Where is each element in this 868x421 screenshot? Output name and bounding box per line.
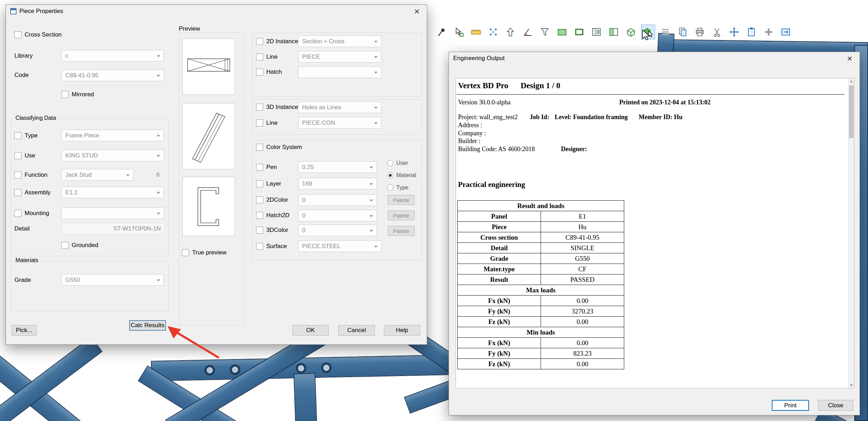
preview-3d (182, 103, 235, 169)
chevron-down-icon (370, 167, 373, 170)
radio-type[interactable]: Type (387, 184, 409, 191)
ok-button[interactable]: OK (292, 325, 329, 336)
instance3d-dropdown[interactable]: Holes as Lines (298, 102, 381, 113)
chevron-down-icon (374, 56, 378, 60)
close-button[interactable]: Close (818, 400, 853, 411)
cross-section-checkbox[interactable] (14, 31, 21, 38)
library-dropdown[interactable]: c (61, 50, 164, 61)
angle-snap-button[interactable] (521, 25, 535, 39)
function-dropdown[interactable]: Jack Stud (61, 169, 133, 181)
layer-dropdown[interactable]: 169 (298, 178, 377, 189)
dialog-title: Piece Properties (19, 8, 63, 15)
hatch2d-dropdown[interactable]: 0 (298, 210, 377, 221)
detail-label: Detail (14, 225, 30, 232)
instance2d-checkbox[interactable] (256, 38, 263, 45)
titlebar[interactable]: Piece Properties (6, 5, 427, 18)
color3d-dropdown[interactable]: 0 (298, 225, 377, 236)
instance3d-checkbox[interactable] (256, 104, 263, 111)
mounting-checkbox[interactable] (14, 210, 21, 217)
select-box-icon (557, 27, 567, 37)
panel-part-button[interactable] (607, 25, 621, 39)
select-frame-button[interactable] (572, 25, 586, 39)
mounting-dropdown[interactable] (61, 207, 164, 219)
hatch-checkbox[interactable] (256, 69, 263, 76)
palette-button-hatch2d[interactable]: Palette (388, 210, 415, 220)
copy-output-button[interactable] (676, 25, 690, 39)
scrollbar[interactable]: ▲ ▼ (848, 78, 854, 388)
print-button[interactable]: Print (772, 400, 809, 411)
function-row: Function (14, 171, 47, 179)
3d-viewport[interactable]: Piece Properties ✕ Cross Section Library… (0, 0, 868, 421)
measure-button[interactable] (469, 25, 483, 39)
pen-dropdown[interactable]: 0.25 (298, 161, 377, 173)
solid-box-button[interactable] (624, 25, 638, 39)
hatch2d-checkbox[interactable] (256, 212, 263, 219)
surface-checkbox[interactable] (256, 243, 263, 250)
scroll-up-icon[interactable]: ▲ (849, 78, 854, 84)
radio-user[interactable]: User (387, 160, 408, 166)
color2d-dropdown[interactable]: 0 (298, 194, 377, 206)
instance3d-row: 3D Instance (256, 104, 298, 111)
swap-view-button[interactable] (779, 25, 793, 39)
table-cell: Panel (458, 211, 541, 222)
radio-material[interactable]: Material (387, 172, 416, 179)
help-button[interactable]: Help (384, 325, 420, 336)
line3d-checkbox[interactable] (256, 119, 263, 127)
line2d-dropdown[interactable]: PIECE (298, 51, 381, 63)
move-axes-button[interactable] (727, 25, 741, 39)
doc-company: Company : (458, 130, 486, 137)
color3d-checkbox[interactable] (256, 227, 263, 234)
print-button-toolbar[interactable] (693, 25, 707, 39)
list-button[interactable] (658, 25, 672, 39)
line2d-checkbox[interactable] (256, 53, 263, 60)
close-icon[interactable]: ✕ (844, 54, 855, 63)
paste-button[interactable] (744, 25, 758, 39)
grounded-checkbox[interactable] (61, 242, 68, 249)
grade-dropdown[interactable]: G550 (61, 274, 164, 286)
true-preview-checkbox[interactable] (182, 249, 189, 256)
cut-button[interactable] (710, 25, 724, 39)
assembly-dropdown[interactable]: E1.1 (61, 187, 164, 198)
arrow-up-button[interactable] (503, 25, 517, 39)
results-table: Result and loads PanelE1 PieceHu Cross s… (457, 200, 624, 369)
function-checkbox[interactable] (14, 171, 21, 179)
code-dropdown[interactable]: C89-41-0.95 (61, 70, 164, 81)
chevron-down-icon (370, 230, 373, 234)
snap-points-button[interactable] (486, 25, 500, 39)
preview-3d-drawing (183, 103, 235, 169)
type-dropdown[interactable]: Frame Piece (61, 130, 164, 141)
color-system-checkbox[interactable] (256, 144, 263, 151)
layer-row: Layer (256, 180, 281, 187)
add-button[interactable] (762, 25, 776, 39)
palette-button-3dcolor[interactable]: Palette (388, 226, 415, 236)
chevron-down-icon (374, 41, 378, 45)
table-cell: Fx (kN) (458, 296, 541, 306)
pin-button[interactable] (435, 25, 449, 39)
use-checkbox[interactable] (14, 152, 21, 159)
type-checkbox[interactable] (14, 132, 21, 139)
use-dropdown[interactable]: KING STUD (61, 150, 164, 161)
select-box-button[interactable] (555, 25, 569, 39)
mirrored-checkbox[interactable] (61, 91, 68, 98)
color2d-checkbox[interactable] (256, 196, 263, 203)
close-icon[interactable]: ✕ (411, 7, 423, 16)
move-axes-icon (729, 27, 739, 37)
select-add-button[interactable] (452, 25, 466, 39)
line3d-dropdown[interactable]: PIECE.CON (298, 117, 381, 129)
panel-button[interactable] (589, 25, 603, 39)
hatch-label: Hatch (266, 69, 282, 76)
filter-button[interactable] (538, 25, 552, 39)
assembly-checkbox[interactable] (14, 189, 21, 196)
hatch-dropdown[interactable] (298, 66, 381, 78)
scroll-down-icon[interactable]: ▼ (849, 382, 854, 388)
doc-version: Version 30.0.0-alpha (458, 99, 510, 106)
palette-button-2dcolor[interactable]: Palette (388, 195, 415, 205)
titlebar[interactable]: Engineering Output (449, 52, 860, 65)
instance2d-dropdown[interactable]: Section + Cross (298, 35, 381, 47)
scrollbar-thumb[interactable] (849, 85, 854, 138)
pen-checkbox[interactable] (256, 164, 263, 171)
pick-button[interactable]: Pick... (12, 325, 37, 336)
cancel-button[interactable]: Cancel (338, 325, 375, 336)
layer-checkbox[interactable] (256, 180, 263, 187)
surface-dropdown[interactable]: PIECE.STEEL (298, 240, 381, 252)
